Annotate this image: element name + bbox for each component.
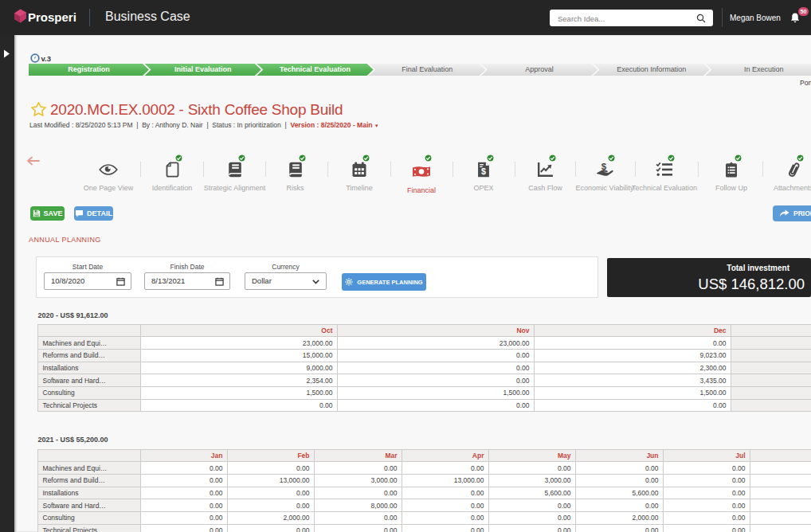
svg-text:$: $ [601, 162, 607, 171]
svg-text:$: $ [481, 166, 486, 176]
